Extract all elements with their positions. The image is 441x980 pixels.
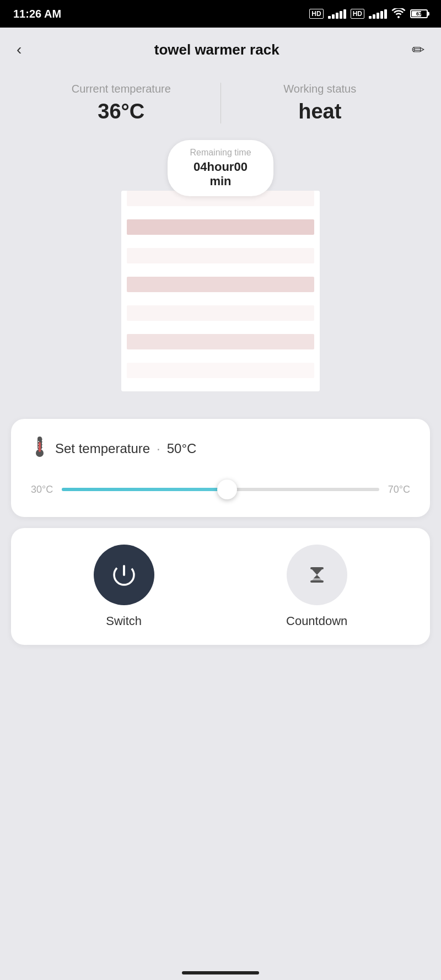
page-title: towel warmer rack [154, 41, 279, 58]
temp-header: Set temperature · 50°C [31, 435, 410, 462]
svg-rect-5 [39, 439, 42, 440]
temp-min-label: 30°C [31, 484, 53, 496]
hd-badge: HD [309, 9, 323, 19]
working-status-value: heat [298, 100, 341, 123]
temperature-slider-container: 30°C 70°C [31, 478, 410, 500]
svg-rect-9 [39, 442, 41, 452]
remaining-bubble: Remaining time 04hour00 min [168, 140, 273, 196]
wifi-icon [391, 8, 406, 19]
current-temp-label: Current temperature [72, 83, 171, 95]
header: ‹ towel warmer rack ✏ [0, 28, 441, 72]
svg-rect-13 [310, 580, 324, 583]
status-time: 11:26 AM [13, 8, 61, 20]
switch-label: Switch [106, 614, 142, 628]
countdown-label: Countdown [286, 614, 347, 628]
svg-rect-2 [38, 441, 39, 442]
hd-badge-2: HD [351, 9, 364, 19]
temp-label: Set temperature [55, 441, 150, 456]
back-button[interactable]: ‹ [17, 41, 21, 58]
rack-row-3 [121, 248, 320, 277]
countdown-button[interactable] [287, 545, 347, 605]
rack-row-2 [121, 219, 320, 248]
working-status-col: Working status heat [221, 83, 420, 123]
temp-separator: · [157, 441, 160, 456]
edit-button[interactable]: ✏ [412, 41, 424, 59]
remaining-container: Remaining time 04hour00 min [0, 140, 441, 196]
switch-button[interactable] [94, 545, 154, 605]
countdown-control[interactable]: Countdown [286, 545, 347, 628]
rack-row-7 [121, 363, 320, 391]
signal-bars-2 [369, 9, 387, 19]
thermo-svg [31, 435, 49, 457]
slider-fill [62, 488, 227, 491]
current-temp-col: Current temperature 36°C [22, 83, 221, 123]
controls-card: Switch Countdown [11, 528, 430, 645]
current-temp-value: 36°C [98, 100, 144, 123]
slider-thumb[interactable] [217, 480, 237, 499]
slider-track [62, 488, 379, 491]
rack-visual [121, 191, 320, 391]
home-indicator [182, 971, 259, 974]
temp-max-label: 70°C [388, 484, 410, 496]
svg-rect-12 [310, 567, 324, 569]
status-icons: HD HD 67 [309, 8, 428, 19]
temperature-slider[interactable] [62, 478, 379, 500]
temp-set-value: 50°C [167, 441, 197, 456]
hourglass-icon [305, 563, 329, 587]
temperature-card: Set temperature · 50°C 30°C 70°C [11, 419, 430, 517]
rack-row-5 [121, 305, 320, 334]
switch-control[interactable]: Switch [94, 545, 154, 628]
status-bar: 11:26 AM HD HD 67 [0, 0, 441, 28]
rack-row-6 [121, 334, 320, 363]
battery-icon: 67 [410, 9, 428, 18]
working-status-label: Working status [283, 83, 356, 95]
power-icon [110, 561, 138, 589]
remaining-time-value: 04hour00 min [190, 160, 251, 189]
signal-bars-1 [328, 9, 346, 19]
remaining-time-label: Remaining time [190, 148, 251, 158]
thermometer-icon [31, 435, 49, 462]
info-section: Current temperature 36°C Working status … [0, 72, 441, 140]
rack-row-4 [121, 277, 320, 305]
